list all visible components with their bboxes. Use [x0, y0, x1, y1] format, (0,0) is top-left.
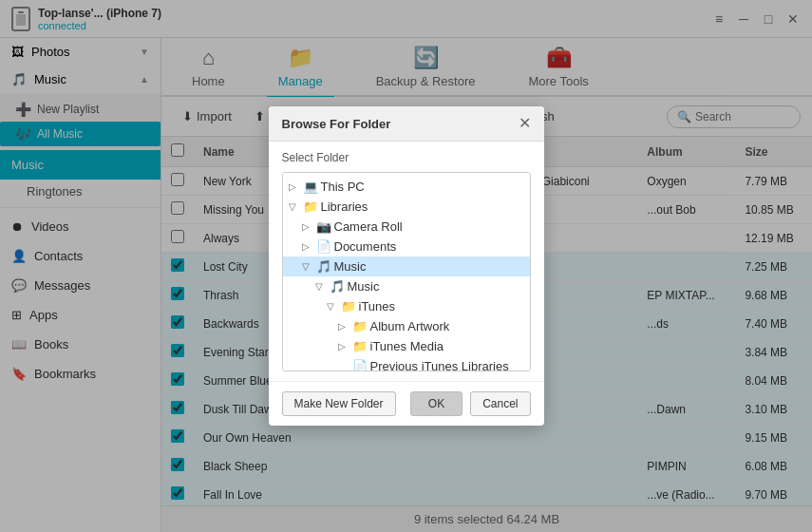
tree-item-label: Documents — [334, 239, 397, 254]
cancel-button[interactable]: Cancel — [470, 391, 530, 416]
folder-icon: 📄 — [316, 239, 331, 254]
folder-icon: 🎵 — [316, 259, 331, 274]
folder-icon: 📁 — [303, 200, 318, 214]
tree-item[interactable]: 📄 Previous iTunes Libraries — [283, 356, 530, 371]
folder-icon: 📁 — [352, 339, 368, 353]
tree-item-label: iTunes Media — [370, 339, 444, 353]
tree-item-label: Camera Roll — [334, 219, 403, 234]
tree-item[interactable]: ▽ 🎵 Music — [283, 256, 530, 276]
tree-item-label: Music — [334, 259, 367, 274]
folder-tree[interactable]: ▷ 💻 This PC ▽ 📁 Libraries ▷ 📷 Camera Rol… — [282, 172, 531, 371]
expand-icon: ▽ — [327, 301, 338, 312]
tree-item[interactable]: ▷ 📷 Camera Roll — [283, 217, 530, 237]
folder-icon: 📁 — [341, 299, 356, 314]
ok-button[interactable]: OK — [410, 391, 463, 416]
browse-folder-modal: Browse For Folder ✕ Select Folder ▷ 💻 Th… — [269, 106, 544, 426]
tree-item-label: This PC — [321, 180, 365, 194]
modal-body: Select Folder ▷ 💻 This PC ▽ 📁 Libraries … — [269, 142, 544, 381]
expand-icon: ▷ — [338, 321, 349, 332]
modal-close-button[interactable]: ✕ — [519, 116, 531, 131]
tree-item[interactable]: ▽ 🎵 Music — [283, 276, 530, 296]
modal-title: Browse For Folder — [282, 117, 391, 131]
tree-item-label: Previous iTunes Libraries — [370, 359, 509, 371]
modal-header: Browse For Folder ✕ — [269, 106, 544, 142]
expand-icon: ▽ — [289, 201, 300, 212]
modal-footer-right: OK Cancel — [410, 391, 531, 416]
expand-icon: ▽ — [302, 261, 313, 272]
tree-item-label: Music — [348, 279, 380, 294]
folder-icon: 📁 — [352, 319, 368, 333]
tree-item-label: Libraries — [321, 200, 368, 214]
folder-icon: 🎵 — [330, 279, 345, 294]
tree-item[interactable]: ▷ 📁 iTunes Media — [283, 336, 530, 356]
tree-item-label: iTunes — [359, 299, 396, 314]
modal-overlay[interactable]: Browse For Folder ✕ Select Folder ▷ 💻 Th… — [0, 0, 812, 532]
expand-icon: ▷ — [302, 221, 313, 232]
expand-icon: ▷ — [289, 181, 300, 192]
select-folder-label: Select Folder — [282, 151, 531, 164]
expand-icon: ▷ — [338, 341, 349, 352]
folder-icon: 💻 — [303, 180, 318, 194]
expand-icon: ▽ — [315, 281, 327, 292]
tree-item[interactable]: ▽ 📁 Libraries — [283, 197, 530, 217]
folder-icon: 📷 — [316, 219, 331, 234]
tree-item[interactable]: ▷ 💻 This PC — [283, 177, 530, 197]
tree-item[interactable]: ▷ 📁 Album Artwork — [283, 316, 530, 336]
expand-icon: ▷ — [302, 241, 313, 252]
tree-item-label: Album Artwork — [370, 319, 450, 333]
make-new-folder-button[interactable]: Make New Folder — [282, 391, 396, 416]
tree-item[interactable]: ▽ 📁 iTunes — [283, 296, 530, 316]
folder-icon: 📄 — [352, 359, 368, 371]
modal-footer: Make New Folder OK Cancel — [269, 381, 544, 426]
tree-item[interactable]: ▷ 📄 Documents — [283, 237, 530, 256]
